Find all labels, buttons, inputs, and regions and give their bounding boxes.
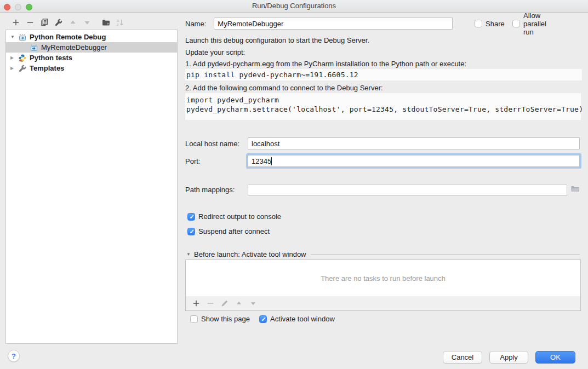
pip-install-code: pip install pydevd-pycharm~=191.6605.12 bbox=[185, 69, 582, 80]
settrace-code-line-1: import pydevd_pycharm bbox=[186, 95, 581, 105]
path-mappings-row: Path mappings: bbox=[185, 184, 581, 195]
python-tests-icon bbox=[18, 54, 27, 62]
text-caret bbox=[271, 157, 272, 165]
before-launch-header[interactable]: ▼ Before launch: Activate tool window bbox=[185, 250, 581, 258]
copy-icon[interactable] bbox=[37, 17, 52, 28]
ok-button[interactable]: OK bbox=[535, 351, 575, 364]
share-checkbox[interactable] bbox=[475, 20, 482, 27]
description-step-1: 1. Add pydevd-pycharm.egg from the PyCha… bbox=[185, 60, 466, 68]
traffic-lights bbox=[4, 4, 32, 10]
before-launch-title: Before launch: Activate tool window bbox=[194, 250, 306, 258]
share-option: Share bbox=[475, 20, 505, 28]
tree-item-python-remote-debug[interactable]: ▼ Python Remote Debug bbox=[6, 32, 177, 42]
svg-text:a: a bbox=[117, 19, 119, 22]
allow-parallel-run-label: Allow parallel run bbox=[523, 11, 546, 36]
tree-item-label: Python tests bbox=[30, 54, 72, 62]
local-host-row: Local host name: bbox=[185, 137, 581, 149]
chevron-down-icon[interactable]: ▼ bbox=[185, 252, 194, 257]
suspend-after-connect-option: Suspend after connect bbox=[187, 227, 270, 235]
chevron-down-icon[interactable]: ▼ bbox=[10, 34, 18, 39]
configuration-editor: Name: Share Allow parallel run Launch th… bbox=[185, 0, 581, 369]
move-up-icon[interactable] bbox=[232, 298, 246, 309]
name-row: Name: Share Allow parallel run bbox=[185, 17, 453, 30]
settrace-code-block: import pydevd_pycharm pydevd_pycharm.set… bbox=[185, 93, 581, 120]
allow-parallel-run-checkbox[interactable] bbox=[512, 20, 520, 27]
edit-defaults-wrench-icon[interactable] bbox=[52, 17, 66, 28]
activate-tool-window-option: Activate tool window bbox=[259, 315, 335, 323]
name-input[interactable] bbox=[214, 18, 453, 30]
settrace-code-line-2: pydevd_pycharm.settrace('localhost', por… bbox=[186, 105, 581, 114]
show-this-page-label: Show this page bbox=[201, 315, 250, 323]
close-window-button[interactable] bbox=[4, 4, 10, 10]
divider bbox=[311, 254, 580, 255]
redirect-output-checkbox[interactable] bbox=[187, 213, 195, 221]
activate-tool-window-label: Activate tool window bbox=[270, 315, 335, 323]
before-launch-task-list[interactable]: There are no tasks to run before launch bbox=[185, 260, 581, 297]
move-up-icon[interactable] bbox=[66, 17, 80, 28]
add-icon[interactable] bbox=[9, 17, 23, 28]
cancel-button[interactable]: Cancel bbox=[443, 351, 482, 364]
empty-tasks-message: There are no tasks to run before launch bbox=[321, 274, 446, 282]
show-this-page-option: Show this page bbox=[190, 315, 250, 323]
minimize-window-button[interactable] bbox=[15, 4, 21, 10]
tree-item-label: Python Remote Debug bbox=[30, 33, 106, 41]
zoom-window-button[interactable] bbox=[26, 4, 32, 10]
path-mappings-input[interactable] bbox=[248, 184, 567, 196]
redirect-output-label: Redirect output to console bbox=[198, 212, 281, 221]
name-label: Name: bbox=[185, 20, 206, 28]
redirect-output-option: Redirect output to console bbox=[187, 212, 281, 221]
svg-text:z: z bbox=[117, 22, 119, 26]
share-label: Share bbox=[486, 20, 505, 28]
apply-button[interactable]: Apply bbox=[489, 351, 528, 364]
browse-folder-icon[interactable] bbox=[570, 185, 580, 193]
new-folder-icon[interactable] bbox=[99, 17, 113, 28]
tree-item-label: MyRemoteDebugger bbox=[41, 43, 107, 51]
edit-pencil-icon[interactable] bbox=[218, 298, 232, 309]
add-icon[interactable] bbox=[189, 298, 203, 309]
activate-tool-window-checkbox[interactable] bbox=[259, 315, 267, 323]
help-button[interactable]: ? bbox=[8, 350, 20, 362]
wrench-icon bbox=[18, 64, 27, 73]
allow-parallel-option: Allow parallel run bbox=[512, 11, 546, 36]
tree-item-label: Templates bbox=[30, 64, 64, 72]
before-launch-toolbar bbox=[185, 296, 581, 311]
remove-icon[interactable] bbox=[203, 298, 218, 309]
path-mappings-label: Path mappings: bbox=[185, 186, 235, 194]
move-down-icon[interactable] bbox=[246, 298, 260, 309]
tree-item-templates[interactable]: ▶ Templates bbox=[6, 63, 177, 73]
port-input[interactable] bbox=[248, 155, 580, 167]
sort-alphabetically-icon[interactable]: az bbox=[113, 17, 127, 28]
chevron-right-icon[interactable]: ▶ bbox=[10, 66, 18, 71]
configurations-toolbar: az bbox=[9, 17, 127, 28]
show-this-page-checkbox[interactable] bbox=[190, 315, 198, 323]
tree-item-python-tests[interactable]: ▶ Python tests bbox=[6, 53, 177, 63]
description-line-2: Update your script: bbox=[185, 48, 245, 57]
local-host-name-label: Local host name: bbox=[185, 140, 239, 148]
configurations-tree: ▼ Python Remote Debug MyRemoteDebugger ▶… bbox=[5, 30, 178, 344]
remote-debug-config-icon bbox=[18, 33, 27, 42]
remote-debug-config-icon bbox=[30, 43, 38, 52]
remove-icon[interactable] bbox=[23, 17, 37, 28]
local-host-name-input[interactable] bbox=[248, 137, 580, 149]
description-line-1: Launch this debug configuration to start… bbox=[185, 36, 369, 45]
description-step-2: 2. Add the following command to connect … bbox=[185, 84, 383, 93]
move-down-icon[interactable] bbox=[80, 17, 94, 28]
port-row: Port: bbox=[185, 154, 581, 168]
port-label: Port: bbox=[185, 157, 200, 165]
run-debug-configurations-dialog: Run/Debug Configurations az bbox=[0, 0, 588, 369]
tree-item-myremotedebugger[interactable]: MyRemoteDebugger bbox=[6, 42, 177, 53]
suspend-after-connect-checkbox[interactable] bbox=[187, 228, 195, 235]
suspend-after-connect-label: Suspend after connect bbox=[198, 227, 270, 235]
chevron-right-icon[interactable]: ▶ bbox=[10, 55, 18, 60]
